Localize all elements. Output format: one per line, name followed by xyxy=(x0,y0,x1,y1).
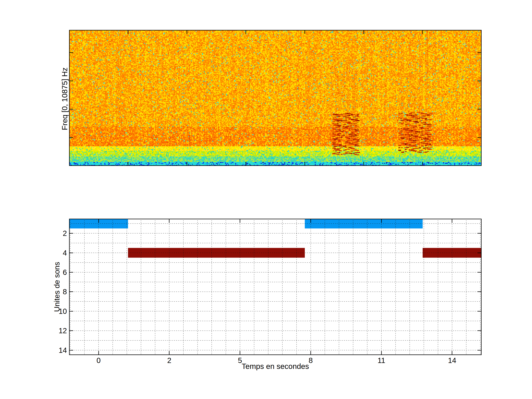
y-tick-label-4: 4 xyxy=(45,249,67,257)
timeline-xlabel: Temps en secondes xyxy=(192,362,359,371)
spectrogram-ylabel: Freq [0, 10875] Hz xyxy=(60,34,69,164)
x-tick-label-0: 0 xyxy=(88,356,110,365)
figure-root: Freq [0, 10875] Hz Unites de sons Temps … xyxy=(0,0,532,399)
y-tick-label-8: 8 xyxy=(45,287,67,296)
y-tick-label-12: 12 xyxy=(45,326,67,335)
x-tick-label-5: 5 xyxy=(229,356,251,365)
x-tick-label-14: 14 xyxy=(441,356,463,365)
x-tick-label-2: 2 xyxy=(158,356,180,365)
x-tick-label-11: 11 xyxy=(370,356,393,365)
y-tick-label-2: 2 xyxy=(45,229,67,238)
y-tick-label-14: 14 xyxy=(45,346,67,355)
timeline-plot xyxy=(69,219,481,355)
y-tick-label-6: 6 xyxy=(45,268,67,277)
x-tick-label-8: 8 xyxy=(300,356,322,365)
spectrogram-heatmap xyxy=(69,30,481,166)
y-tick-label-10: 10 xyxy=(45,307,67,316)
